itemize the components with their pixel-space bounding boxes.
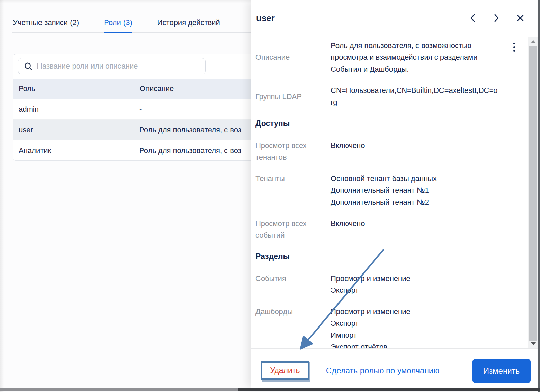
detail-value-line: Экспорт отчётов xyxy=(331,341,500,348)
detail-row: СобытияПросмотр и изменениеЭкспорт xyxy=(255,272,528,296)
detail-values: Включено xyxy=(331,139,500,151)
detail-row: Просмотр всех тенантовВключено xyxy=(255,139,528,163)
detail-value-line: Роль для пользователя, с возможностью пр… xyxy=(331,40,500,75)
detail-values: Включено xyxy=(331,217,500,229)
detail-row: ОписаниеРоль для пользователя, с возможн… xyxy=(255,40,528,75)
role-details-drawer: user ОписаниеРоль для пользователя, с во… xyxy=(251,0,538,388)
kebab-menu-icon[interactable] xyxy=(510,39,518,55)
tab-accounts[interactable]: Учетные записи (2) xyxy=(13,14,79,32)
detail-values: Просмотр и изменениеЭкспорт xyxy=(331,272,500,296)
delete-role-button[interactable]: Удалить xyxy=(270,366,300,375)
cell-description: Роль для пользователя, с воз xyxy=(134,120,257,140)
section-heading: Разделы xyxy=(255,251,528,262)
previous-role-button[interactable] xyxy=(467,12,478,24)
make-default-role-link[interactable]: Сделать ролью по умолчанию xyxy=(325,361,440,380)
detail-row: Просмотр всех событийВключено xyxy=(255,217,528,241)
detail-label: События xyxy=(255,272,331,284)
detail-row: ТенантыОсновной тенант базы данныхДополн… xyxy=(255,173,528,208)
window-edge-left xyxy=(0,0,4,392)
section-heading: Доступы xyxy=(255,117,528,129)
window-edge-right xyxy=(538,0,540,392)
drawer-footer: Удалить Сделать ролью по умолчанию Измен… xyxy=(251,348,538,388)
detail-value-line: Импорт xyxy=(331,329,500,341)
detail-value-line: Основной тенант базы данных xyxy=(331,173,500,184)
drawer-header: user xyxy=(251,0,538,36)
detail-values: Роль для пользователя, с возможностью пр… xyxy=(331,40,500,75)
detail-label: Дашборды xyxy=(255,306,331,317)
detail-label: Просмотр всех тенантов xyxy=(255,139,331,163)
tab-history[interactable]: История действий xyxy=(157,14,220,32)
table-row[interactable]: АналитикРоль для пользователя, с воз xyxy=(13,140,257,161)
detail-label: Описание xyxy=(255,51,331,63)
cell-role: admin xyxy=(13,99,134,119)
cell-role: Аналитик xyxy=(13,140,134,160)
detail-value-line: CN=Пользователи,CN=Builtin,DC=axeltestt,… xyxy=(331,84,500,108)
close-icon xyxy=(517,14,524,22)
drawer-title: user xyxy=(256,13,275,23)
cell-description: Роль для пользователя, с воз xyxy=(134,140,257,160)
close-drawer-button[interactable] xyxy=(515,12,526,24)
detail-value-line: Экспорт xyxy=(331,317,500,329)
scroll-down-icon[interactable] xyxy=(531,342,536,345)
detail-value-line: Включено xyxy=(331,139,500,151)
detail-value-line: Просмотр и изменение xyxy=(331,306,500,317)
detail-values: CN=Пользователи,CN=Builtin,DC=axeltestt,… xyxy=(331,84,500,108)
detail-value-line: Просмотр и изменение xyxy=(331,272,500,284)
tab-roles[interactable]: Роли (3) xyxy=(104,14,132,32)
detail-label: Группы LDAP xyxy=(255,90,331,102)
roles-table-body: admin-userРоль для пользователя, с возАн… xyxy=(13,99,257,160)
detail-value-line: Включено xyxy=(331,217,500,229)
roles-card: Роль Описание admin-userРоль для пользов… xyxy=(13,54,257,161)
edit-role-button[interactable]: Изменить xyxy=(473,359,531,383)
scroll-up-icon[interactable] xyxy=(531,40,536,43)
detail-label: Просмотр всех событий xyxy=(255,217,331,241)
chevron-left-icon xyxy=(470,14,475,22)
cell-role: user xyxy=(13,120,134,140)
drawer-body: ОписаниеРоль для пользователя, с возможн… xyxy=(251,37,528,348)
table-row[interactable]: admin- xyxy=(13,99,257,120)
detail-row: ДашбордыПросмотр и изменениеЭкспортИмпор… xyxy=(255,306,528,348)
detail-values: Просмотр и изменениеЭкспортИмпортЭкспорт… xyxy=(331,306,500,348)
delete-button-annotation-box: Удалить xyxy=(261,361,309,380)
detail-values: Основной тенант базы данныхДополнительны… xyxy=(331,173,500,208)
detail-row: Группы LDAPCN=Пользователи,CN=Builtin,DC… xyxy=(255,84,528,108)
table-header: Роль Описание xyxy=(13,79,257,99)
detail-value-line: Экспорт xyxy=(331,284,500,296)
next-role-button[interactable] xyxy=(491,12,503,24)
detail-label: Тенанты xyxy=(255,173,331,184)
role-search xyxy=(18,58,206,74)
detail-value-line: Дополнительный тенант №1 xyxy=(331,184,500,196)
column-header-role: Роль xyxy=(13,79,134,99)
cell-description: - xyxy=(134,99,257,119)
chevron-right-icon xyxy=(494,14,500,22)
column-header-description: Описание xyxy=(134,79,257,99)
detail-value-line: Дополнительный тенант №2 xyxy=(331,196,500,208)
search-input[interactable] xyxy=(33,58,205,74)
table-row[interactable]: userРоль для пользователя, с воз xyxy=(13,120,257,140)
drawer-scrollbar[interactable] xyxy=(528,37,538,348)
search-icon xyxy=(24,62,33,71)
scrollbar-thumb[interactable] xyxy=(529,46,537,341)
window-bottom-bar xyxy=(0,388,540,391)
